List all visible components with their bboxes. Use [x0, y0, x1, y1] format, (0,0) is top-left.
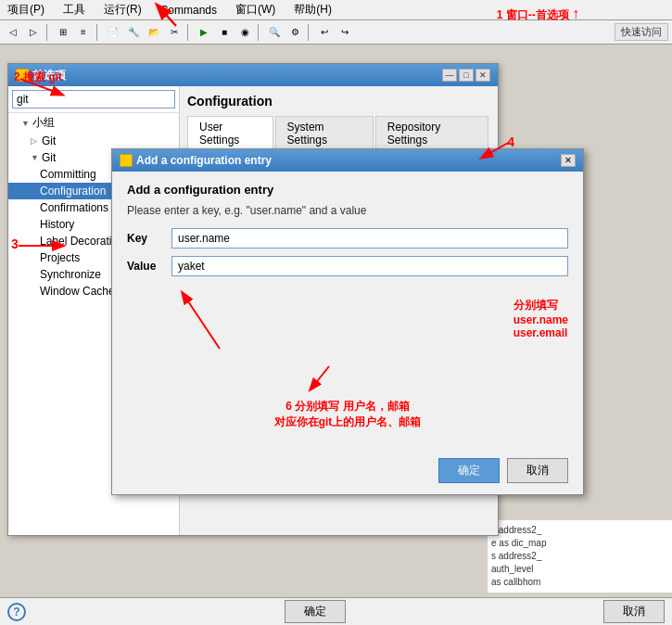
- toolbar-btn-7[interactable]: 📂: [145, 23, 163, 42]
- annotation-fill-in: 分别填写 user.name user.email: [514, 298, 568, 339]
- tree-item-synchronize-label: Synchronize: [40, 268, 101, 281]
- toolbar-sep-3: [187, 24, 191, 41]
- toolbar-btn-12[interactable]: ⚙: [285, 23, 304, 42]
- annotation-6-area: 6 分别填写 用户名，邮箱 对应你在git上的用户名、邮箱: [127, 362, 568, 430]
- toolbar: ◁ ▷ ⊞ ≡ 📄 🔧 📂 ✂ ▶ ■ ◉ 🔍 ⚙ ↩ ↪ 快速访问: [0, 20, 672, 45]
- dialog-cancel-btn[interactable]: 取消: [507, 458, 568, 483]
- key-label: Key: [127, 232, 164, 245]
- tabs-bar: User Settings System Settings Repository…: [187, 116, 490, 151]
- tree-item-history-label: History: [40, 218, 74, 231]
- tree-group-label: ▼ 小组: [8, 113, 179, 133]
- dialog-close-btn[interactable]: ✕: [561, 154, 576, 167]
- toolbar-btn-13[interactable]: ↩: [315, 23, 334, 42]
- prefs-maximize-btn[interactable]: □: [459, 69, 474, 82]
- tree-item-committing-label: Committing: [40, 168, 96, 181]
- toolbar-btn-14[interactable]: ↪: [336, 23, 354, 42]
- value-label: Value: [127, 260, 164, 273]
- toolbar-btn-10[interactable]: ◉: [235, 23, 254, 42]
- menu-project[interactable]: 项目(P): [4, 0, 48, 19]
- dialog-icon: [120, 154, 133, 167]
- tree-item-git-top-label: Git: [42, 134, 56, 147]
- tree-item-confirmations-label: Confirmations ar: [40, 201, 121, 214]
- quick-access-label[interactable]: 快速访问: [615, 23, 668, 41]
- bg-text-line4: auth_level: [491, 563, 668, 576]
- dialog-confirm-btn[interactable]: 确定: [438, 458, 500, 483]
- annotation-6-text: 6 分别填写 用户名，邮箱: [127, 399, 568, 415]
- toolbar-sep-4: [258, 24, 261, 41]
- dialog-titlebar: Add a configuration entry ✕: [112, 149, 583, 172]
- toolbar-btn-9[interactable]: ■: [215, 23, 234, 42]
- toolbar-btn-11[interactable]: 🔍: [265, 23, 284, 42]
- tab-user-settings[interactable]: User Settings: [187, 116, 273, 151]
- toolbar-sep-5: [308, 24, 311, 41]
- toolbar-btn-5[interactable]: 📄: [104, 23, 122, 42]
- bottom-confirm-btn[interactable]: 确定: [285, 600, 346, 623]
- tree-group-text: 小组: [32, 115, 55, 131]
- dialog-title: Add a configuration entry: [120, 154, 272, 167]
- annotation-area: 分别填写 user.name user.email: [127, 284, 568, 358]
- toolbar-sep-2: [96, 24, 100, 41]
- menu-run[interactable]: 运行(R): [100, 0, 146, 19]
- prefs-controls: — □ ✕: [442, 69, 490, 82]
- toolbar-btn-8[interactable]: ✂: [165, 23, 184, 42]
- tab-repository-settings[interactable]: Repository Settings: [375, 116, 488, 150]
- dialog-content: Add a configuration entry Please enter a…: [112, 172, 583, 494]
- annotation-4: 4: [507, 134, 514, 149]
- prefs-minimize-btn[interactable]: —: [442, 69, 457, 82]
- help-icon-btn[interactable]: ?: [7, 603, 26, 621]
- dialog-heading: Add a configuration entry: [127, 183, 568, 197]
- menu-window[interactable]: 窗口(W): [232, 0, 279, 19]
- bg-text-line5: as callbhom: [491, 576, 668, 589]
- tree-item-git-label: Git: [42, 151, 56, 164]
- bg-text-line1: s address2_: [491, 524, 668, 537]
- toolbar-sep-1: [46, 24, 50, 41]
- key-input[interactable]: [171, 228, 568, 249]
- bottom-bar: ? 确定 取消: [0, 597, 672, 625]
- value-field: Value: [127, 256, 568, 276]
- tree-item-window-cache-label: Window Cache: [40, 285, 115, 298]
- tree-item-git-top[interactable]: ▷ Git: [8, 133, 179, 149]
- dialog-desc: Please enter a key, e.g. "user.name" and…: [127, 204, 568, 217]
- add-config-dialog: Add a configuration entry ✕ Add a config…: [111, 148, 584, 495]
- tree-item-configuration-label: Configuration: [40, 185, 106, 198]
- config-section-title: Configuration: [187, 94, 490, 108]
- menubar: 项目(P) 工具 运行(R) Commands 窗口(W) 帮助(H): [0, 0, 672, 20]
- bg-text-area: s address2_ e as dic_map s address2_ aut…: [487, 520, 672, 593]
- dialog-buttons: 确定 取消: [127, 449, 568, 483]
- prefs-titlebar: 首选项 — □ ✕: [8, 64, 498, 86]
- menu-tools[interactable]: 工具: [59, 0, 89, 19]
- tree-item-projects-label: Projects: [40, 251, 80, 264]
- toolbar-btn-2[interactable]: ▷: [24, 23, 43, 42]
- menu-commands[interactable]: Commands: [157, 2, 221, 19]
- menu-help[interactable]: 帮助(H): [290, 0, 336, 19]
- tab-system-settings[interactable]: System Settings: [275, 116, 374, 150]
- key-field: Key: [127, 228, 568, 249]
- search-input[interactable]: [12, 90, 175, 108]
- bg-text-line3: s address2_: [491, 550, 668, 563]
- search-box: [8, 86, 179, 113]
- bottom-cancel-btn[interactable]: 取消: [603, 600, 665, 623]
- value-input[interactable]: [171, 256, 568, 276]
- prefs-icon: [16, 69, 29, 82]
- dialog-title-text: Add a configuration entry: [136, 154, 272, 167]
- prefs-title: 首选项: [16, 68, 66, 83]
- prefs-close-btn[interactable]: ✕: [475, 69, 490, 82]
- bg-text-line2: e as dic_map: [491, 537, 668, 550]
- toolbar-btn-1[interactable]: ◁: [4, 23, 22, 42]
- toolbar-btn-4[interactable]: ≡: [74, 23, 93, 42]
- toolbar-btn-6[interactable]: 🔧: [124, 23, 143, 42]
- toolbar-btn-run[interactable]: ▶: [195, 23, 213, 42]
- annotation-6-sub: 对应你在git上的用户名、邮箱: [127, 415, 568, 430]
- toolbar-btn-3[interactable]: ⊞: [54, 23, 72, 42]
- prefs-title-text: 首选项: [32, 68, 66, 83]
